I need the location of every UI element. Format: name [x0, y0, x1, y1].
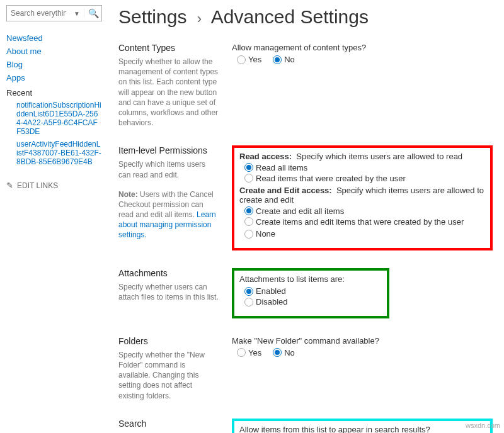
section-description: Specify whether to allow the management …	[118, 57, 219, 128]
read-access-label: Read access:	[239, 152, 292, 161]
edit-all-radio[interactable]: Create and edit all items	[244, 206, 344, 216]
section-attachments: Attachments Specify whether users can at…	[118, 268, 493, 318]
section-note: Note: Users with the Cancel Checkout per…	[118, 189, 219, 240]
attachments-enabled-radio[interactable]: Enabled	[244, 286, 286, 296]
section-permissions: Item-level Permissions Specify which ite…	[118, 145, 493, 250]
section-heading: Folders	[118, 336, 219, 346]
section-heading: Attachments	[118, 268, 219, 278]
search-box[interactable]: ▼ 🔍	[6, 5, 102, 21]
section-heading: Search	[118, 419, 219, 429]
nav-recent-header: Recent	[6, 84, 102, 99]
main-content: Settings › Advanced Settings Content Typ…	[107, 0, 504, 433]
breadcrumb-root[interactable]: Settings	[118, 6, 186, 27]
nav-newsfeed[interactable]: Newsfeed	[6, 31, 102, 45]
permissions-highlight-box: Read access: Specify which items users a…	[232, 145, 493, 250]
edit-none-radio[interactable]: None	[244, 229, 275, 239]
nav-about-me[interactable]: About me	[6, 45, 102, 58]
search-highlight-box: Allow items from this list to appear in …	[232, 419, 493, 433]
section-heading: Item-level Permissions	[118, 145, 219, 155]
attachments-question: Attachments to list items are:	[239, 274, 382, 284]
quick-launch-nav: Newsfeed About me Blog Apps Recent notif…	[6, 31, 102, 168]
section-description: Specify whether the "New Folder" command…	[118, 350, 219, 401]
nav-recent-item[interactable]: userActivityFeedHiddenListF4387007-BE61-…	[6, 138, 102, 168]
read-own-radio[interactable]: Read items that were created by the user	[244, 174, 406, 183]
folders-yes-radio[interactable]: Yes	[237, 348, 261, 357]
section-description: Specify whether users can attach files t…	[118, 282, 219, 302]
watermark: wsxdn.com	[466, 422, 500, 429]
chevron-down-icon[interactable]: ▼	[70, 10, 84, 17]
folders-no-radio[interactable]: No	[273, 348, 295, 357]
attachments-disabled-radio[interactable]: Disabled	[244, 297, 288, 306]
edit-links-button[interactable]: ✎ EDIT LINKS	[6, 181, 102, 190]
search-question: Allow items from this list to appear in …	[239, 425, 485, 433]
section-heading: Content Types	[118, 43, 219, 53]
folders-question: Make "New Folder" command available?	[232, 336, 493, 346]
content-types-no-radio[interactable]: No	[273, 55, 295, 64]
edit-access-label: Create and Edit access:	[239, 186, 332, 195]
content-types-yes-radio[interactable]: Yes	[237, 55, 261, 64]
pencil-icon: ✎	[6, 181, 13, 190]
nav-recent-item[interactable]: notificationSubscriptionHiddenList6D1E55…	[6, 99, 102, 138]
page-title: Advanced Settings	[211, 6, 369, 27]
breadcrumb: Settings › Advanced Settings	[118, 6, 493, 28]
edit-links-label: EDIT LINKS	[17, 181, 58, 190]
content-types-question: Allow management of content types?	[232, 43, 493, 52]
section-description: Specify which items users can read and e…	[118, 159, 219, 179]
search-icon[interactable]: 🔍	[84, 8, 103, 18]
attachments-highlight-box: Attachments to list items are: Enabled D…	[232, 268, 389, 318]
section-folders: Folders Specify whether the "New Folder"…	[118, 336, 493, 401]
sidebar: ▼ 🔍 Newsfeed About me Blog Apps Recent n…	[0, 0, 107, 433]
read-all-radio[interactable]: Read all items	[244, 163, 307, 172]
search-input[interactable]	[7, 9, 70, 18]
nav-blog[interactable]: Blog	[6, 58, 102, 71]
section-search: Search Specify whether this list should …	[118, 419, 493, 433]
breadcrumb-separator-icon: ›	[192, 11, 207, 26]
nav-apps[interactable]: Apps	[6, 71, 102, 84]
section-content-types: Content Types Specify whether to allow t…	[118, 43, 493, 128]
edit-own-radio[interactable]: Create items and edit items that were cr…	[244, 217, 464, 227]
